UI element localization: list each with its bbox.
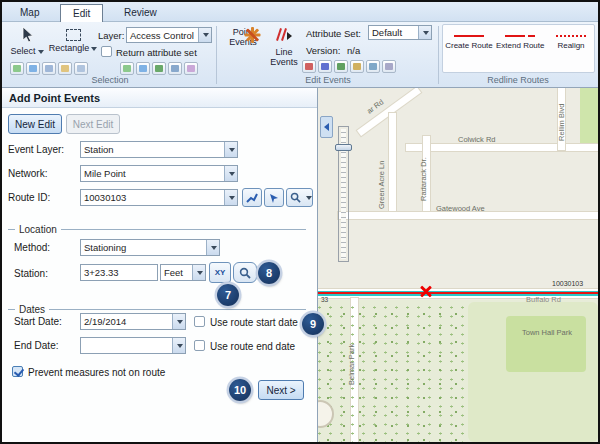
attr-tool-icon[interactable]: [136, 62, 150, 75]
select-by-polygon-icon[interactable]: [10, 62, 24, 75]
magnifier-icon: [290, 192, 301, 203]
return-attribute-checkbox[interactable]: [101, 46, 112, 57]
zoom-slider-handle[interactable]: [335, 144, 352, 151]
end-date-label: End Date:: [14, 340, 58, 351]
group-divider: [216, 26, 217, 84]
prevent-measures-checkbox[interactable]: [12, 366, 23, 377]
line-events-button[interactable]: Line Events: [264, 26, 304, 68]
extend-route-button[interactable]: Extend Route: [496, 30, 544, 50]
map-canvas[interactable]: ar Rd Colwick Rd Rellim Blvd Green Acre …: [318, 88, 598, 442]
edit-tool-icon[interactable]: [302, 60, 316, 73]
realign-route-icon: [556, 35, 586, 37]
select-route-on-map-button[interactable]: [242, 188, 262, 207]
rectangle-tool-button[interactable]: Rectangle: [48, 26, 98, 53]
use-route-start-date-checkbox[interactable]: [194, 316, 205, 327]
edit-tool-icon[interactable]: [334, 60, 348, 73]
dropdown-arrow-icon[interactable]: [224, 142, 237, 157]
tab-edit[interactable]: Edit: [60, 4, 103, 22]
attr-tool-icon[interactable]: [168, 62, 182, 75]
end-date-picker[interactable]: [80, 337, 186, 354]
location-section-header: Location: [8, 224, 306, 235]
edit-tool-icon[interactable]: [366, 60, 380, 73]
network-label: Network:: [8, 168, 47, 179]
layer-dropdown[interactable]: Access Control: [126, 27, 212, 43]
tab-review[interactable]: Review: [112, 4, 169, 22]
edit-tool-icon[interactable]: [350, 60, 364, 73]
dropdown-arrow-icon[interactable]: [418, 26, 431, 39]
select-clear-icon[interactable]: [74, 62, 88, 75]
version-value: n/a: [347, 45, 360, 56]
realign-route-button[interactable]: Realign: [548, 30, 594, 50]
station-input[interactable]: 3+23.33: [80, 264, 158, 281]
panel-collapse-button[interactable]: [320, 116, 333, 138]
select-tool-label: Select: [10, 46, 35, 56]
line-events-icon: [275, 26, 293, 44]
xy-coordinates-button[interactable]: XY: [209, 262, 231, 283]
road-green-acre: [389, 113, 396, 219]
next-button[interactable]: Next >: [258, 380, 304, 400]
ribbon-tab-bar: Map Edit Review: [2, 2, 598, 22]
network-dropdown[interactable]: Mile Point: [80, 165, 238, 182]
select-cursor-icon: [19, 26, 35, 44]
event-layer-dropdown[interactable]: Station: [80, 141, 238, 158]
dropdown-arrow-icon[interactable]: [198, 28, 211, 42]
select-add-icon[interactable]: [42, 62, 56, 75]
dropdown-arrow-icon[interactable]: [172, 314, 185, 329]
station-tick-label: 33: [321, 296, 328, 303]
redline-group-label: Redline Routes: [440, 75, 596, 85]
dropdown-arrow-icon[interactable]: [206, 240, 219, 255]
route-search-split-button[interactable]: [286, 188, 313, 207]
select-tool-button[interactable]: Select: [8, 26, 46, 56]
units-dropdown[interactable]: Feet: [160, 264, 206, 281]
road-colwick: [406, 144, 598, 151]
create-route-button[interactable]: Create Route: [445, 30, 493, 50]
dropdown-arrow-icon[interactable]: [172, 338, 185, 353]
layer-dropdown-value: Access Control: [127, 30, 198, 41]
create-route-icon: [454, 35, 484, 37]
rectangle-icon: [66, 29, 81, 41]
attr-tool-icon[interactable]: [152, 62, 166, 75]
select-by-line-icon[interactable]: [26, 62, 40, 75]
start-date-picker[interactable]: 2/19/2014: [80, 313, 186, 330]
version-label: Version:: [306, 45, 340, 56]
layer-label: Layer:: [98, 30, 124, 41]
use-route-end-date-checkbox[interactable]: [194, 340, 205, 351]
route-number-label: 10030103: [552, 280, 583, 287]
route-id-value: 10030103: [81, 192, 224, 203]
dropdown-arrow-icon[interactable]: [224, 166, 237, 181]
extend-route-label: Extend Route: [496, 41, 544, 50]
dropdown-arrow-icon[interactable]: [192, 265, 205, 280]
method-label: Method:: [14, 242, 50, 253]
new-edit-button[interactable]: New Edit: [8, 114, 62, 134]
return-attribute-label: Return attribute set: [116, 47, 197, 58]
callout-10: 10: [229, 379, 251, 401]
select-remove-icon[interactable]: [58, 62, 72, 75]
edit-tool-icon[interactable]: [382, 60, 396, 73]
units-value: Feet: [161, 267, 192, 278]
edit-tool-icon[interactable]: [318, 60, 332, 73]
edit-events-group-label: Edit Events: [218, 75, 438, 85]
attribute-set-dropdown[interactable]: Default: [368, 25, 432, 40]
rectangle-tool-label: Rectangle: [49, 43, 90, 53]
station-search-button[interactable]: [233, 262, 257, 283]
tab-map[interactable]: Map: [8, 4, 51, 22]
dropdown-arrow-icon[interactable]: [224, 190, 237, 205]
method-dropdown[interactable]: Stationing: [80, 239, 220, 256]
chevron-down-icon: [38, 50, 44, 54]
next-edit-button[interactable]: Next Edit: [66, 114, 120, 134]
route-id-combo[interactable]: 10030103: [80, 189, 238, 206]
route-locate-button[interactable]: [264, 188, 284, 207]
attr-tool-icon[interactable]: [120, 62, 134, 75]
town-hall-park-area: [506, 316, 586, 372]
attr-tool-icon[interactable]: [184, 62, 198, 75]
trees-pattern: [318, 304, 468, 442]
street-label-buffalo: Buffalo Rd: [526, 295, 561, 304]
create-route-label: Create Route: [445, 41, 493, 50]
route-id-label: Route ID:: [8, 192, 50, 203]
method-value: Stationing: [81, 242, 206, 253]
callout-7: 7: [217, 284, 239, 306]
chevron-down-icon: [91, 47, 97, 51]
collapse-left-icon: [324, 123, 329, 131]
point-events-button[interactable]: Point Events: [222, 26, 264, 48]
street-label-radarack: Radarack Dr.: [419, 157, 428, 201]
